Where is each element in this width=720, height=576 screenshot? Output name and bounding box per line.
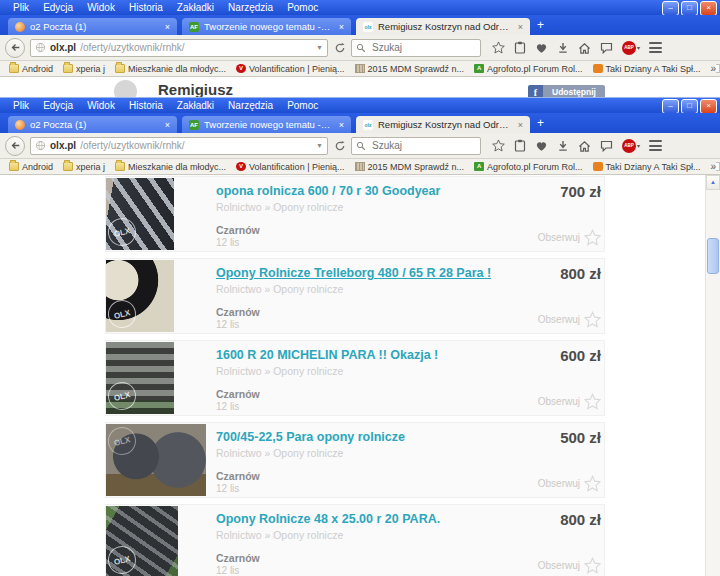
menu-hamburger-icon[interactable] [649, 42, 662, 53]
url-dropdown-icon[interactable]: ▼ [316, 142, 323, 149]
bookmark-taki-dziany[interactable]: Taki Dziany A Taki Spł... [588, 64, 706, 74]
menu-edycja[interactable]: Edycja [36, 100, 80, 111]
menu-historia[interactable]: Historia [122, 100, 170, 111]
menu-plik[interactable]: Plik [6, 2, 36, 13]
follow-button[interactable]: Obserwuj [538, 393, 601, 410]
bookmark-android[interactable]: Android [4, 64, 58, 74]
listing-row[interactable]: OLX Opony Rolnicze Trelleborg 480 / 65 R… [105, 258, 605, 334]
minimize-button[interactable]: – [662, 99, 679, 114]
search-box[interactable] [351, 137, 481, 155]
url-dropdown-icon[interactable]: ▼ [316, 44, 323, 51]
star-outline-icon[interactable] [584, 393, 601, 410]
tab-close-icon[interactable]: × [162, 120, 170, 130]
minimize-button[interactable]: – [662, 1, 679, 16]
menu-narzedzia[interactable]: Narzędzia [221, 100, 280, 111]
tab-close-icon[interactable]: × [162, 22, 170, 32]
tab-close-icon[interactable]: × [515, 120, 523, 130]
tab-o2-poczta[interactable]: o2 Poczta (1) × [8, 116, 177, 133]
hello-chat-icon[interactable] [600, 42, 613, 54]
bookmark-mdm[interactable]: 2015 MDM Sprawdź n... [350, 162, 470, 172]
bookmark-mieszkanie[interactable]: Mieszkanie dla młodyc... [110, 64, 231, 74]
adblock-plus-icon[interactable]: ABP▾ [622, 41, 640, 55]
tab-close-icon[interactable]: × [515, 22, 523, 32]
bookmark-agrofoto[interactable]: AAgrofoto.pl Forum Rol... [469, 162, 588, 172]
listing-title-link[interactable]: Opony Rolnicze 48 x 25.00 r 20 PARA. [216, 512, 440, 526]
hello-chat-icon[interactable] [600, 140, 613, 152]
back-button[interactable] [5, 38, 25, 58]
address-bar[interactable]: olx.pl /oferty/uzytkownik/rnhk/ ▼ [30, 137, 328, 155]
downloads-icon[interactable] [557, 139, 569, 152]
listing-title-link[interactable]: 1600 R 20 MICHELIN PARA !! Okazja ! [216, 348, 438, 362]
bookmark-mieszkanie[interactable]: Mieszkanie dla młodyc... [110, 162, 231, 172]
reload-button[interactable] [334, 42, 346, 54]
tab-forum-nowy-temat[interactable]: AF Tworzenie nowego tematu - ... × [182, 18, 351, 35]
home-icon[interactable] [578, 140, 591, 152]
menu-pomoc[interactable]: Pomoc [280, 100, 325, 111]
tab-forum-nowy-temat[interactable]: AF Tworzenie nowego tematu - ... × [182, 116, 351, 133]
star-outline-icon[interactable] [584, 311, 601, 328]
library-clipboard-icon[interactable] [514, 139, 526, 152]
scrollbar-up-icon[interactable]: ▲ [706, 175, 720, 190]
menu-zakladki[interactable]: Zakładki [170, 2, 221, 13]
pocket-heart-icon[interactable] [535, 42, 548, 54]
close-button[interactable]: × [700, 99, 717, 114]
listing-row[interactable]: OLX Opony Rolnicze 48 x 25.00 r 20 PARA.… [105, 504, 605, 576]
scrollbar-thumb[interactable] [707, 238, 719, 274]
listing-thumbnail[interactable]: OLX [106, 424, 206, 496]
menu-zakladki[interactable]: Zakładki [170, 100, 221, 111]
restore-button[interactable]: □ [681, 99, 698, 114]
bookmark-volantification[interactable]: VVolantification | Pienią... [231, 64, 349, 74]
bookmark-xperia[interactable]: xperia j [58, 162, 110, 172]
new-tab-button[interactable]: + [537, 116, 544, 130]
restore-button[interactable]: □ [681, 1, 698, 16]
bookmark-xperia[interactable]: xperia j [58, 64, 110, 74]
menu-widok[interactable]: Widok [80, 100, 122, 111]
follow-button[interactable]: Obserwuj [538, 475, 601, 492]
star-outline-icon[interactable] [584, 229, 601, 246]
menu-edycja[interactable]: Edycja [36, 2, 80, 13]
listing-title-link[interactable]: Opony Rolnicze Trelleborg 480 / 65 R 28 … [216, 266, 491, 280]
listing-title-link[interactable]: opona rolnicza 600 / 70 r 30 Goodyear [216, 184, 440, 198]
bookmark-taki-dziany[interactable]: Taki Dziany A Taki Spł... [588, 162, 706, 172]
search-box[interactable] [351, 39, 481, 57]
downloads-icon[interactable] [557, 41, 569, 54]
listing-thumbnail[interactable]: OLX [106, 506, 178, 576]
bookmarks-overflow-chevron[interactable]: » [706, 63, 716, 74]
close-button[interactable]: × [700, 1, 717, 16]
menu-hamburger-icon[interactable] [649, 140, 662, 151]
tab-o2-poczta[interactable]: o2 Poczta (1) × [8, 18, 177, 35]
library-clipboard-icon[interactable] [514, 41, 526, 54]
pocket-heart-icon[interactable] [535, 140, 548, 152]
tab-remigiusz-olx[interactable]: olx Remigiusz Kostrzyn nad Odrą ... × [356, 116, 530, 133]
star-outline-icon[interactable] [584, 557, 601, 574]
adblock-plus-icon[interactable]: ABP▾ [622, 139, 640, 153]
listing-thumbnail[interactable]: OLX [106, 342, 174, 414]
tab-remigiusz-olx[interactable]: olx Remigiusz Kostrzyn nad Odrą ... × [356, 18, 530, 35]
listing-row[interactable]: OLX opona rolnicza 600 / 70 r 30 Goodyea… [105, 176, 605, 252]
address-bar[interactable]: olx.pl /oferty/uzytkownik/rnhk/ ▼ [30, 39, 328, 57]
bookmarks-overflow-chevron[interactable]: » [706, 161, 716, 172]
listing-thumbnail[interactable]: OLX [106, 178, 174, 250]
listing-thumbnail[interactable]: OLX [106, 260, 174, 332]
menu-plik[interactable]: Plik [6, 100, 36, 111]
new-tab-button[interactable]: + [537, 18, 544, 32]
menu-narzedzia[interactable]: Narzędzia [221, 2, 280, 13]
tab-close-icon[interactable]: × [336, 22, 344, 32]
home-icon[interactable] [578, 42, 591, 54]
bookmark-agrofoto[interactable]: AAgrofoto.pl Forum Rol... [469, 64, 588, 74]
tab-close-icon[interactable]: × [336, 120, 344, 130]
menu-widok[interactable]: Widok [80, 2, 122, 13]
search-input[interactable] [370, 139, 464, 152]
menu-pomoc[interactable]: Pomoc [280, 2, 325, 13]
follow-button[interactable]: Obserwuj [538, 229, 601, 246]
search-input[interactable] [370, 41, 464, 54]
listing-row[interactable]: OLX 1600 R 20 MICHELIN PARA !! Okazja ! … [105, 340, 605, 416]
reload-button[interactable] [334, 140, 346, 152]
bookmark-volantification[interactable]: VVolantification | Pienią... [231, 162, 349, 172]
back-button[interactable] [5, 136, 25, 156]
listing-row[interactable]: OLX 700/45-22,5 Para opony rolnicze Roln… [105, 422, 605, 498]
follow-button[interactable]: Obserwuj [538, 311, 601, 328]
listing-title-link[interactable]: 700/45-22,5 Para opony rolnicze [216, 430, 405, 444]
bookmark-android[interactable]: Android [4, 162, 58, 172]
vertical-scrollbar[interactable]: ▲ [705, 175, 720, 576]
